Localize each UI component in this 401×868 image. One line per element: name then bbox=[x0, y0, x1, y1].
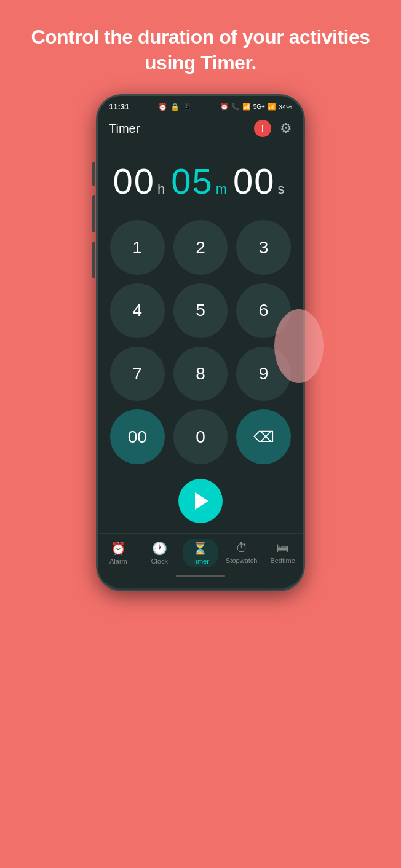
home-pill bbox=[176, 575, 225, 577]
minutes-display: 05 bbox=[171, 160, 213, 202]
app-bar: Timer ! ⚙ bbox=[98, 115, 303, 142]
seconds-display: 00 bbox=[233, 160, 276, 202]
key-8[interactable]: 8 bbox=[173, 347, 228, 401]
status-left-icons: ⏰ 🔒 📱 bbox=[158, 103, 192, 111]
nav-stopwatch[interactable]: ⏱ Stopwatch bbox=[224, 541, 260, 564]
seconds-unit: s bbox=[278, 181, 285, 197]
bottom-nav: ⏰ Alarm 🕐 Clock ⏳ Timer ⏱ Stopwatch 🛏 Be… bbox=[98, 533, 303, 571]
wifi-icon: 📶 bbox=[242, 103, 251, 111]
signal-icon: 📶 bbox=[268, 103, 276, 111]
key-0[interactable]: 0 bbox=[173, 409, 228, 464]
home-indicator bbox=[98, 571, 303, 583]
bedtime-nav-icon: 🛏 bbox=[277, 541, 289, 555]
hours-display: 00 bbox=[113, 160, 155, 202]
keypad: 1 2 3 4 5 6 7 8 9 00 0 ⌫ bbox=[98, 214, 303, 464]
key-3[interactable]: 3 bbox=[236, 220, 291, 275]
alarm-nav-label: Alarm bbox=[109, 558, 127, 565]
nav-bedtime[interactable]: 🛏 Bedtime bbox=[265, 541, 301, 564]
nav-timer[interactable]: ⏳ Timer bbox=[183, 539, 218, 567]
alarm-status-icon: ⏰ bbox=[158, 103, 167, 111]
nav-alarm[interactable]: ⏰ Alarm bbox=[100, 541, 136, 565]
settings-icon[interactable]: ⚙ bbox=[280, 120, 292, 136]
play-button[interactable] bbox=[178, 479, 223, 523]
power-button[interactable] bbox=[92, 242, 95, 278]
backspace-icon: ⌫ bbox=[253, 428, 274, 446]
volume-up-button[interactable] bbox=[92, 162, 95, 186]
lock-icon: 🔒 bbox=[170, 103, 180, 111]
battery-label: 34% bbox=[279, 103, 292, 111]
status-time: 11:31 bbox=[109, 102, 129, 111]
app-bar-icons: ! ⚙ bbox=[254, 120, 292, 137]
key-2[interactable]: 2 bbox=[173, 220, 228, 275]
timer-nav-icon: ⏳ bbox=[193, 541, 208, 556]
stopwatch-nav-label: Stopwatch bbox=[226, 557, 257, 564]
key-1[interactable]: 1 bbox=[110, 220, 165, 275]
play-section bbox=[98, 464, 303, 533]
alarm-nav-icon: ⏰ bbox=[111, 541, 126, 556]
network-label: 5G+ bbox=[253, 103, 265, 110]
hero-text: Control the duration of your activities … bbox=[0, 0, 401, 88]
hours-unit: h bbox=[157, 181, 165, 197]
key-4[interactable]: 4 bbox=[110, 283, 165, 338]
bedtime-nav-label: Bedtime bbox=[270, 557, 295, 564]
status-bar: 11:31 ⏰ 🔒 📱 ⏰ 📞 📶 5G+ 📶 34% bbox=[98, 96, 303, 115]
timer-nav-label: Timer bbox=[192, 558, 209, 565]
nav-clock[interactable]: 🕐 Clock bbox=[141, 541, 177, 565]
stopwatch-nav-icon: ⏱ bbox=[236, 541, 248, 555]
status-icons: ⏰ 📞 📶 5G+ 📶 34% bbox=[220, 103, 292, 111]
alert-button[interactable]: ! bbox=[254, 120, 271, 137]
minutes-unit: m bbox=[216, 181, 227, 197]
volume-down-button[interactable] bbox=[92, 195, 95, 232]
decorative-blob bbox=[274, 309, 324, 383]
clock-nav-icon: 🕐 bbox=[152, 541, 167, 556]
clock-nav-label: Clock bbox=[151, 558, 168, 565]
key-00[interactable]: 00 bbox=[110, 409, 165, 464]
play-triangle-icon bbox=[195, 492, 208, 510]
key-5[interactable]: 5 bbox=[173, 283, 228, 338]
backspace-button[interactable]: ⌫ bbox=[236, 409, 291, 464]
key-7[interactable]: 7 bbox=[110, 347, 165, 401]
call-icon: 📞 bbox=[231, 103, 240, 111]
alarm-icon: ⏰ bbox=[220, 103, 229, 111]
phone-icon: 📱 bbox=[183, 103, 192, 111]
timer-display: 00 h 05 m 00 s bbox=[98, 142, 303, 214]
phone-shell: 11:31 ⏰ 🔒 📱 ⏰ 📞 📶 5G+ 📶 34% Timer ! ⚙ bbox=[96, 94, 305, 591]
app-title: Timer bbox=[109, 122, 140, 136]
timer-digits: 00 h 05 m 00 s bbox=[104, 160, 297, 202]
